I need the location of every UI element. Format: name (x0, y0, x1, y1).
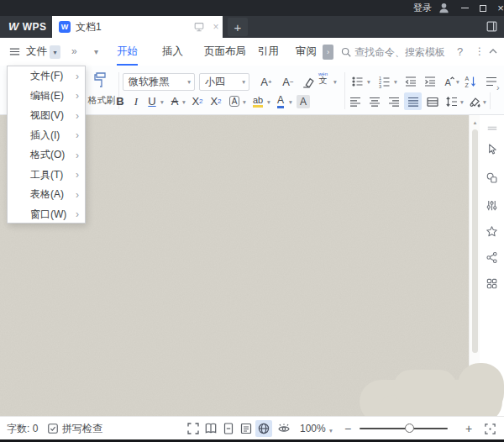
bold-button[interactable]: B (112, 92, 129, 110)
expand-ribbon-icon[interactable]: › (496, 82, 500, 92)
collapse-ribbon-icon[interactable] (488, 48, 498, 55)
eye-protect-icon[interactable] (276, 420, 292, 437)
font-name-select[interactable]: 微软雅黑 ▾ (123, 73, 195, 91)
close-button[interactable]: × (493, 0, 504, 16)
help-icon[interactable]: ? (457, 38, 463, 66)
menu-item-edit[interactable]: 编辑(E)› (8, 87, 85, 107)
text-tool-button[interactable]: wén文 (318, 71, 328, 85)
char-shading-button[interactable]: A (294, 92, 312, 110)
justify-icon[interactable] (404, 92, 422, 110)
zoom-level[interactable]: 100% (300, 417, 326, 440)
multi-page-view-icon[interactable] (202, 420, 219, 437)
chevron-down-icon[interactable]: ▾ (367, 78, 370, 86)
quick-access-more-icon[interactable]: » (71, 38, 77, 66)
clear-format-icon[interactable] (299, 74, 316, 90)
monitor-icon[interactable] (193, 21, 205, 33)
highlight-color-button[interactable]: ab (249, 92, 267, 110)
zoom-slider-track[interactable] (360, 428, 448, 429)
zoom-slider-handle[interactable] (405, 424, 414, 433)
apps-grid-icon[interactable] (485, 276, 499, 291)
star-icon[interactable] (485, 224, 499, 239)
new-tab-button[interactable]: + (228, 18, 248, 36)
italic-button[interactable]: I (129, 92, 144, 110)
more-tabs-button[interactable]: › (323, 45, 333, 60)
chevron-down-icon[interactable]: ▾ (456, 78, 459, 86)
share-icon[interactable] (485, 250, 499, 265)
login-button[interactable]: 登录 (413, 0, 432, 16)
decrease-indent-icon[interactable] (402, 73, 419, 90)
chevron-down-icon[interactable]: ▾ (182, 98, 186, 106)
minimize-button[interactable] (457, 0, 472, 16)
line-spacing-icon[interactable] (443, 92, 460, 110)
customize-toolbar-icon[interactable]: ▾ (94, 38, 98, 66)
maximize-button[interactable] (475, 0, 491, 16)
format-painter-icon[interactable] (92, 71, 110, 89)
zoom-out-icon[interactable]: − (344, 417, 351, 440)
chevron-down-icon[interactable]: ▾ (483, 98, 486, 106)
tab-insert[interactable]: 插入 (162, 38, 183, 66)
font-color-button[interactable]: A (272, 92, 289, 110)
bullet-list-icon[interactable] (349, 73, 366, 90)
zoom-in-icon[interactable]: + (465, 417, 472, 440)
more-options-icon[interactable]: ⋮ (475, 38, 485, 66)
chevron-down-icon[interactable]: ▾ (460, 98, 464, 106)
underline-button[interactable]: U (144, 92, 160, 110)
chevron-down-icon[interactable]: ▾ (243, 98, 246, 106)
increase-indent-icon[interactable] (421, 73, 438, 90)
fit-page-icon[interactable] (484, 423, 496, 435)
subscript-button[interactable]: X2 (207, 92, 225, 110)
shapes-icon[interactable] (485, 171, 499, 185)
drag-handle-icon[interactable] (485, 121, 499, 135)
tab-review[interactable]: 审阅 (296, 38, 317, 66)
spell-check-label[interactable]: 拼写检查 (62, 417, 102, 440)
tab-references[interactable]: 引用 (258, 38, 279, 66)
sort-icon[interactable]: AZ (461, 73, 479, 90)
font-size-select[interactable]: 小四 ▾ (199, 73, 249, 91)
menu-item-table[interactable]: 表格(A)› (8, 185, 85, 205)
zoom-dropdown-icon[interactable]: ▾ (329, 427, 333, 434)
page-view-icon[interactable] (220, 420, 237, 437)
chevron-down-icon[interactable]: ▾ (160, 98, 164, 106)
spell-check-icon[interactable] (47, 423, 59, 434)
file-menu-button[interactable]: 文件 (26, 38, 47, 66)
menu-item-insert[interactable]: 插入(I)› (8, 126, 85, 146)
outline-view-icon[interactable] (238, 420, 255, 437)
menu-item-format[interactable]: 格式(O)› (8, 145, 85, 166)
menu-item-window[interactable]: 窗口(W)› (8, 205, 85, 225)
distribute-icon[interactable] (423, 92, 441, 110)
tab-page-layout[interactable]: 页面布局 (204, 38, 246, 66)
tab-close-icon[interactable]: × (210, 20, 222, 34)
char-scale-button[interactable]: A (440, 73, 456, 90)
avatar-icon[interactable] (438, 2, 450, 14)
search-input[interactable] (354, 43, 449, 61)
adjust-settings-icon[interactable] (485, 198, 499, 213)
shading-icon[interactable] (465, 92, 483, 110)
hamburger-icon[interactable] (8, 45, 21, 58)
menu-item-file[interactable]: 文件(F)› (8, 66, 85, 87)
tab-home[interactable]: 开始 (117, 38, 138, 66)
tab-list-icon[interactable] (485, 19, 500, 34)
file-menu-chevron-icon[interactable]: ▾ (50, 45, 60, 59)
chevron-down-icon[interactable]: ▾ (289, 98, 292, 106)
grow-font-button[interactable]: A+ (256, 73, 276, 91)
align-center-icon[interactable] (365, 92, 383, 110)
text-effect-button[interactable]: A (226, 92, 243, 110)
align-left-icon[interactable] (346, 92, 364, 110)
chevron-down-icon[interactable]: ▾ (394, 78, 397, 86)
scrollbar-thumb[interactable] (472, 129, 478, 353)
fullscreen-icon[interactable] (185, 420, 202, 437)
word-count[interactable]: 字数: 0 (7, 417, 38, 440)
chevron-down-icon[interactable]: ▾ (333, 78, 337, 86)
shrink-font-button[interactable]: A− (278, 73, 298, 91)
numbered-list-icon[interactable]: 123 (375, 73, 393, 90)
select-cursor-icon[interactable] (485, 142, 499, 156)
align-right-icon[interactable] (385, 92, 402, 110)
web-view-icon[interactable] (255, 420, 272, 437)
superscript-button[interactable]: X2 (188, 92, 207, 110)
strikethrough-button[interactable]: A (167, 92, 182, 110)
chevron-down-icon[interactable]: ▾ (267, 98, 270, 106)
document-tab[interactable]: W 文档1 × (52, 16, 223, 38)
menu-item-tools[interactable]: 工具(T)› (8, 166, 85, 186)
menu-item-view[interactable]: 视图(V)› (8, 106, 85, 126)
wps-logo[interactable]: WWPS (8, 16, 47, 38)
